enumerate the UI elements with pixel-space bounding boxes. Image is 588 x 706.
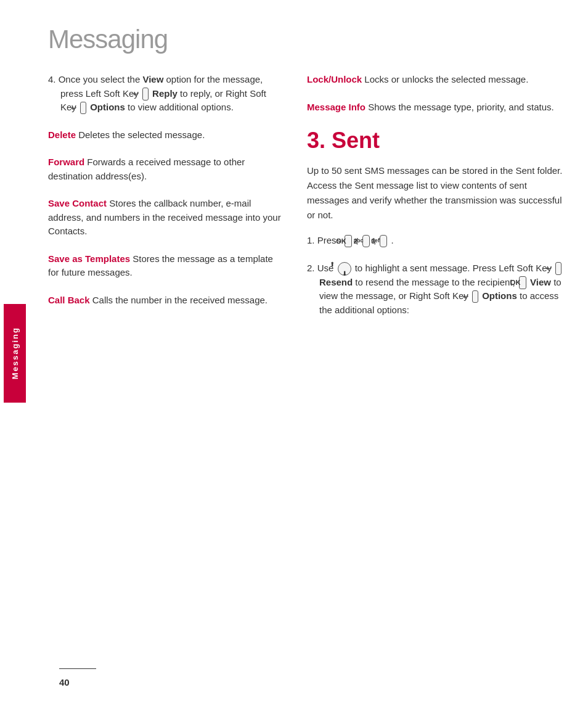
- step-2-text1: to highlight a sent message. Press Left …: [355, 263, 555, 273]
- step-2-bold-resend: Resend: [319, 277, 353, 287]
- forward-item: Forward Forwards a received message to o…: [48, 155, 282, 183]
- page-number: 40: [59, 677, 70, 688]
- step-2-text2: to resend the message to the recipient,: [355, 277, 518, 287]
- delete-text: Deletes the selected message.: [76, 129, 205, 140]
- section-3-heading: 3. Sent: [307, 128, 563, 154]
- page: Messaging Messaging 4. Once you select t…: [0, 0, 588, 706]
- columns-layout: 4. Once you select the View option for t…: [48, 73, 563, 330]
- bottom-divider: [59, 668, 96, 669]
- delete-keyword: Delete: [48, 129, 76, 140]
- ok-key-1: OK: [345, 235, 352, 248]
- key-3def: 3 def: [380, 235, 387, 248]
- step-1: 1. Press OK , 2 abc , 3 def .: [307, 234, 563, 248]
- lock-unlock-keyword: Lock/Unlock: [307, 74, 362, 84]
- sidebar: Messaging: [0, 0, 30, 706]
- lock-unlock-text: Locks or unlocks the selected message.: [362, 74, 528, 84]
- sidebar-label: Messaging: [10, 327, 20, 379]
- call-back-item: Call Back Calls the number in the receiv…: [48, 293, 282, 308]
- step-2-options-icon: ↩: [472, 290, 478, 303]
- left-column: 4. Once you select the View option for t…: [48, 73, 282, 330]
- save-templates-keyword: Save as Templates: [48, 253, 130, 264]
- nav-up-down-icon: ⬆⬇: [338, 262, 351, 276]
- item-4-bold-view: View: [142, 74, 163, 84]
- message-info-keyword: Message Info: [307, 102, 365, 112]
- options-soft-key-icon: ↩: [80, 102, 86, 115]
- step-2-bold-options: Options: [482, 290, 517, 301]
- lock-unlock-item: Lock/Unlock Locks or unlocks the selecte…: [307, 73, 563, 87]
- item-4-bold-reply: Reply: [152, 88, 178, 99]
- step-1-period: .: [391, 235, 393, 245]
- item-4-number: 4.: [48, 74, 59, 84]
- ok-key-2: OK: [519, 276, 526, 289]
- main-content: Messaging 4. Once you select the View op…: [30, 0, 588, 706]
- forward-keyword: Forward: [48, 157, 84, 167]
- save-templates-item: Save as Templates Stores the message as …: [48, 252, 282, 280]
- key-2abc: 2 abc: [362, 235, 370, 248]
- reply-soft-key-icon: ↩: [142, 88, 149, 101]
- right-column: Lock/Unlock Locks or unlocks the selecte…: [307, 73, 563, 330]
- call-back-text: Calls the number in the received message…: [90, 295, 267, 305]
- message-info-text: Shows the message type, priority, and st…: [365, 102, 554, 112]
- step-2-bold-view: View: [530, 277, 551, 287]
- save-contact-keyword: Save Contact: [48, 198, 107, 208]
- item-4: 4. Once you select the View option for t…: [48, 73, 282, 115]
- page-title: Messaging: [48, 25, 563, 54]
- message-info-item: Message Info Shows the message type, pri…: [307, 101, 563, 115]
- step-2: 2. Use ⬆⬇ to highlight a sent message. P…: [307, 261, 563, 318]
- sidebar-tab: Messaging: [4, 304, 26, 403]
- item-4-bold-options: Options: [90, 102, 125, 112]
- save-contact-item: Save Contact Stores the callback number,…: [48, 197, 282, 239]
- delete-item: Delete Deletes the selected message.: [48, 128, 282, 142]
- section-3-body: Up to 50 sent SMS messages can be stored…: [307, 163, 563, 223]
- resend-soft-key-icon: ↩: [555, 262, 561, 275]
- call-back-keyword: Call Back: [48, 295, 90, 305]
